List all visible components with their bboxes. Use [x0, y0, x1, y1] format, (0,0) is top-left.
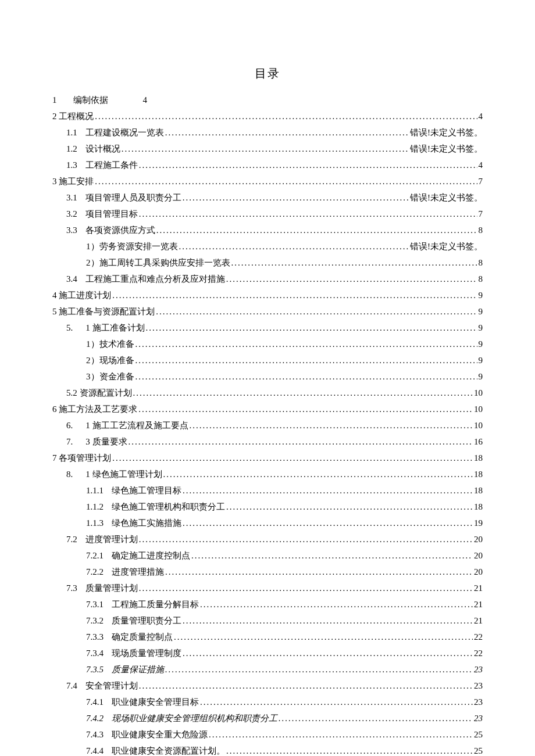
toc-page: 20 — [474, 532, 483, 546]
toc-row: 7.3.2质量管理职责分工...........................… — [52, 614, 483, 628]
toc-leader: ........................................… — [163, 467, 473, 481]
toc-label: 7.3.1工程施工质量分解目标 — [86, 597, 199, 611]
toc-row: 7.2.1确定施工进度控制点..........................… — [52, 549, 483, 562]
toc-row: 1.3工程施工条件...............................… — [52, 158, 483, 172]
toc-page: 4 — [479, 109, 483, 123]
toc-page: 4 — [143, 93, 148, 107]
toc-label: 1.3工程施工条件 — [66, 158, 138, 172]
toc-label: 2）施工周转工具采购供应安排一览表 — [86, 256, 230, 270]
toc-row: 7 各项管理计划................................… — [52, 451, 483, 465]
toc-leader: ........................................… — [135, 370, 477, 384]
toc-label: 8.1 绿色施工管理计划 — [66, 467, 162, 481]
toc-row: 5.1 施工准备计划..............................… — [52, 321, 483, 335]
toc-page: 4 — [479, 158, 483, 172]
toc-row: 1.2设计概况.................................… — [52, 142, 483, 156]
toc-label: 7.4.1职业健康安全管理目标 — [86, 695, 199, 709]
toc-page: 7 — [479, 207, 483, 221]
toc-label: 3.4工程施工重点和难点分析及应对措施 — [66, 272, 225, 286]
toc-page: 20 — [474, 565, 483, 579]
toc-page: 19 — [474, 516, 483, 530]
toc-row: 7.4安全管理计划...............................… — [52, 679, 483, 693]
toc-label: 7.3.3确定质量控制点 — [86, 630, 173, 644]
toc-label: 1.1.2绿色施工管理机构和职责分工 — [86, 500, 225, 514]
toc-label: 7.3质量管理计划 — [66, 581, 138, 595]
toc-leader: ........................................… — [133, 386, 473, 400]
toc-page: 25 — [474, 728, 483, 741]
toc-page: 23 — [474, 711, 483, 725]
toc-label: 7.2进度管理计划 — [66, 532, 138, 546]
toc-row: 5.2 资源配置计划..............................… — [52, 386, 483, 400]
toc-label: 3 施工安排 — [52, 174, 94, 188]
toc-leader: ........................................… — [183, 614, 473, 628]
toc-label: 1.1工程建设概况一览表 — [66, 126, 164, 139]
toc-page: 23 — [474, 679, 483, 693]
toc-leader: ........................................… — [139, 158, 477, 172]
toc-row: 7.4.1职业健康安全管理目标.........................… — [52, 695, 483, 709]
toc-page: 18 — [474, 467, 483, 481]
toc-label: 7.3 质量要求 — [66, 435, 127, 449]
toc-label: 7.3.2质量管理职责分工 — [86, 614, 181, 628]
toc-label: 7.2.2进度管理措施 — [86, 565, 164, 579]
toc-label: 2）现场准备 — [86, 353, 134, 367]
toc-leader: ........................................… — [190, 418, 473, 432]
toc-page: 错误!未定义书签。 — [410, 142, 483, 156]
toc-leader: ........................................… — [112, 288, 477, 302]
toc-leader: ........................................… — [200, 695, 473, 709]
toc-page: 7 — [479, 174, 483, 188]
toc-leader: ........................................… — [174, 630, 473, 644]
toc-leader: ........................................… — [95, 174, 477, 188]
toc-label: 5.1 施工准备计划 — [66, 321, 145, 335]
toc-label: 7.4.4职业健康安全资源配置计划。 — [86, 744, 225, 756]
toc-page: 21 — [474, 597, 483, 611]
toc-label: 1编制依据 — [52, 93, 108, 107]
toc-leader: ........................................… — [183, 483, 473, 497]
toc-label: 3）资金准备 — [86, 370, 134, 384]
toc-row: 1.1工程建设概况一览表............................… — [52, 126, 483, 139]
toc-leader: ........................................… — [226, 272, 477, 286]
toc-page: 10 — [474, 386, 483, 400]
toc-page: 9 — [479, 353, 483, 367]
toc-page: 21 — [474, 581, 483, 595]
toc-page: 25 — [474, 744, 483, 756]
toc-leader: ........................................… — [135, 337, 477, 351]
toc-row: 3）资金准备..................................… — [52, 370, 483, 384]
toc-row: 1）劳务资源安排一览表.............................… — [52, 239, 483, 253]
toc-page: 18 — [474, 451, 483, 465]
toc-label: 1.1.1绿色施工管理目标 — [86, 483, 181, 497]
toc-leader: ........................................… — [146, 321, 477, 335]
toc-leader: ........................................… — [183, 646, 473, 660]
toc-label: 3.1项目管理人员及职责分工 — [66, 191, 181, 205]
toc-page: 9 — [479, 304, 483, 318]
toc-label: 6 施工方法及工艺要求 — [52, 402, 137, 416]
toc-leader: ........................................… — [95, 109, 477, 123]
toc-row: 7.3.3确定质量控制点............................… — [52, 630, 483, 644]
toc-row: 1）技术准备..................................… — [52, 337, 483, 351]
toc-row: 6 施工方法及工艺要求.............................… — [52, 402, 483, 416]
toc-page: 8 — [479, 256, 483, 270]
toc-row: 8.1 绿色施工管理计划............................… — [52, 467, 483, 481]
toc-leader: ........................................… — [191, 549, 473, 562]
toc-leader: ........................................… — [183, 191, 409, 205]
toc-label: 3.3各项资源供应方式 — [66, 223, 155, 237]
toc-leader: ........................................… — [156, 304, 477, 318]
toc-row: 1.1.3绿色施工实施措施...........................… — [52, 516, 483, 530]
toc-page: 21 — [474, 614, 483, 628]
toc-row: 6.1 施工工艺流程及施工要点.........................… — [52, 418, 483, 432]
toc-row: 7.3.5质量保证措施.............................… — [52, 662, 483, 676]
toc-leader: ........................................… — [231, 256, 477, 270]
toc-row: 7.4.2现场职业健康安全管理组织机构和职责分工................… — [52, 711, 483, 725]
toc-page: 10 — [474, 402, 483, 416]
toc-leader: ........................................… — [183, 516, 473, 530]
toc-leader: ........................................… — [139, 532, 473, 546]
toc-label: 1）劳务资源安排一览表 — [86, 239, 178, 253]
toc-page: 9 — [479, 370, 483, 384]
toc-label: 2 工程概况 — [52, 109, 94, 123]
toc-row: 3.1项目管理人员及职责分工..........................… — [52, 191, 483, 205]
toc-row: 4 施工进度计划................................… — [52, 288, 483, 302]
toc-leader: ........................................… — [226, 500, 473, 514]
toc-label: 7 各项管理计划 — [52, 451, 111, 465]
toc-page: 18 — [474, 500, 483, 514]
toc-label: 7.4安全管理计划 — [66, 679, 138, 693]
toc-row: 7.2.2进度管理措施.............................… — [52, 565, 483, 579]
toc-page: 错误!未定义书签。 — [410, 191, 483, 205]
